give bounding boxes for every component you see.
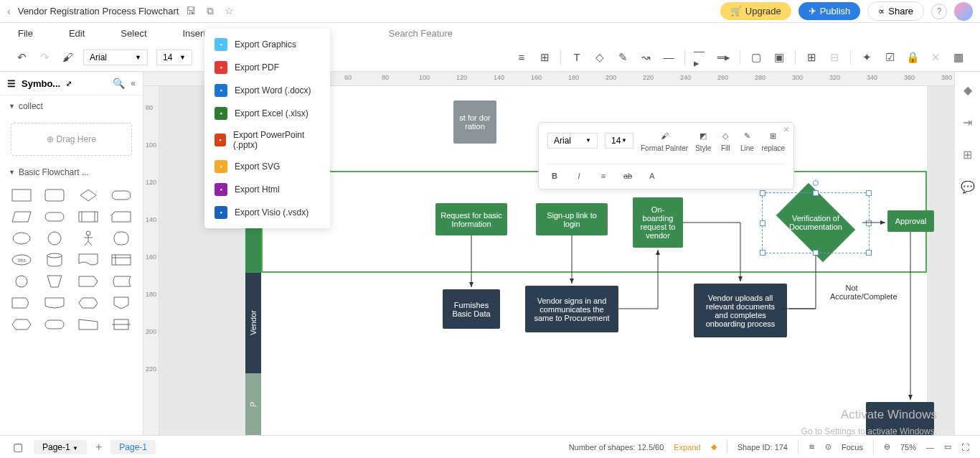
menu-edit[interactable]: Edit	[69, 28, 85, 39]
export-item[interactable]: ▪Export Word (.docx)	[204, 79, 330, 102]
fill-icon[interactable]: ◇	[593, 50, 607, 65]
shape-merge[interactable]	[40, 294, 69, 312]
focus-icon[interactable]: ⊙	[825, 442, 831, 452]
shape-circle[interactable]	[40, 230, 69, 247]
collapse-icon[interactable]: «	[131, 78, 136, 88]
collect-section[interactable]: ▼ collect	[0, 95, 143, 117]
expand-link[interactable]: Expand	[674, 443, 700, 452]
box-onboarding[interactable]: On-boarding request to vendor	[633, 197, 683, 248]
publish-button[interactable]: ✈ Publish	[798, 2, 861, 20]
connector-icon[interactable]: ↝	[639, 50, 653, 65]
shape-connector[interactable]	[7, 273, 36, 290]
menu-select[interactable]: Select	[121, 28, 146, 39]
shape-offpage[interactable]	[107, 294, 136, 312]
bold-icon[interactable]: B	[547, 169, 562, 183]
dropdown-icon[interactable]: ⤢	[66, 80, 72, 88]
shape-document[interactable]	[74, 251, 103, 268]
menu-file[interactable]: File	[18, 28, 33, 39]
shape-parallelogram[interactable]	[7, 208, 36, 225]
float-size-selector[interactable]: 14▼	[605, 133, 633, 149]
float-line-icon[interactable]: ✎	[740, 128, 754, 143]
box-request-basic[interactable]: Request for basic Information	[435, 203, 507, 235]
shape-hexagon[interactable]	[7, 316, 36, 333]
page-tab-1[interactable]: Page-1	[110, 440, 156, 454]
shape-stadium[interactable]	[40, 316, 69, 333]
layers-icon[interactable]: ≋	[809, 442, 815, 452]
tools-icon[interactable]: ✕	[928, 50, 943, 65]
shape-prep[interactable]	[74, 294, 103, 312]
shape-card[interactable]	[107, 208, 136, 225]
export-item[interactable]: ▪Export Excel (.xlsx)	[204, 102, 330, 125]
box-bottom[interactable]	[866, 402, 934, 435]
theme-icon[interactable]: ◆	[961, 83, 975, 97]
align-left-icon[interactable]: ≡	[514, 50, 529, 65]
export-right-icon[interactable]: ⇥	[961, 115, 975, 129]
export-item[interactable]: ▪Export Visio (.vsdx)	[204, 201, 330, 224]
style-icon[interactable]: ◩	[696, 128, 710, 143]
shape-yes[interactable]: Yes	[7, 251, 36, 268]
lock-icon[interactable]: 🔒	[905, 50, 920, 65]
close-float-icon[interactable]: ✕	[783, 126, 789, 134]
align-dist-icon[interactable]: ⊞	[537, 50, 552, 65]
export-item[interactable]: ▪Export SVG	[204, 155, 330, 178]
undo-icon[interactable]: ↶	[14, 50, 29, 65]
shape-storage[interactable]	[107, 251, 136, 268]
shape-actor[interactable]	[74, 230, 103, 247]
back-icon[interactable]: ▣	[772, 50, 786, 65]
text-icon[interactable]: T	[570, 50, 584, 65]
float-fill-icon[interactable]: ◇	[718, 128, 732, 143]
front-icon[interactable]: ▢	[749, 50, 763, 65]
zoom-in[interactable]: —	[926, 443, 934, 452]
size-selector[interactable]: 14▼	[156, 50, 192, 65]
shape-manual[interactable]	[74, 316, 103, 333]
float-align-icon[interactable]: ≡	[596, 169, 611, 183]
comment-icon[interactable]: 💬	[961, 179, 975, 194]
shape-ellipse[interactable]	[7, 230, 36, 247]
back-icon[interactable]: ‹	[7, 6, 11, 17]
new-window-icon[interactable]: ⧉	[207, 5, 214, 17]
save-icon[interactable]: 🖫	[186, 5, 196, 17]
export-item[interactable]: ▪Export Html	[204, 178, 330, 201]
shape-stored[interactable]	[107, 273, 136, 290]
magic-icon[interactable]: ✦	[859, 50, 874, 65]
line-weight-icon[interactable]: ═▸	[717, 50, 731, 65]
fullscreen-icon[interactable]: ⛶	[961, 443, 969, 452]
page-selector[interactable]: Page-1 ▼	[34, 440, 87, 454]
shape-delay[interactable]	[7, 294, 36, 312]
box-furnishes[interactable]: Furnishes Basic Data	[443, 289, 500, 329]
basic-flowchart-section[interactable]: ▼ Basic Flowchart ...	[0, 162, 143, 183]
box-vendor-uploads[interactable]: Vendor uploads all relevant documents an…	[694, 284, 787, 337]
swimlane-p[interactable]: P	[245, 373, 261, 435]
search-feature[interactable]: Search Feature	[388, 28, 453, 39]
share-button[interactable]: ∝ Share	[867, 1, 924, 21]
shape-cylinder[interactable]	[40, 251, 69, 268]
strikethrough-icon[interactable]: ab	[621, 169, 635, 183]
brush-icon[interactable]: 🖌	[60, 50, 75, 65]
replace-icon[interactable]: ⊞	[766, 128, 781, 143]
shape-diamond[interactable]	[74, 187, 103, 204]
float-font-selector[interactable]: Arial▼	[547, 133, 598, 149]
grid-icon[interactable]: ⊞	[961, 147, 975, 162]
avatar[interactable]	[954, 2, 973, 21]
shape-display[interactable]	[107, 230, 136, 247]
search-icon[interactable]: 🔍	[113, 78, 125, 89]
outline-icon[interactable]: ▢	[11, 440, 25, 454]
export-item[interactable]: ▪Export PowerPoint (.pptx)	[204, 125, 330, 155]
shape-capsule[interactable]	[40, 208, 69, 225]
text-not-accurate[interactable]: Not Accurate/Complete	[830, 284, 873, 301]
upgrade-button[interactable]: 🛒 Upgrade	[720, 2, 791, 20]
pen-icon[interactable]: ✎	[616, 50, 630, 65]
zoom-out[interactable]: ⊖	[884, 442, 890, 452]
shape-data[interactable]	[74, 273, 103, 290]
line-style-icon[interactable]: —▸	[694, 50, 708, 65]
export-item[interactable]: ▪Export Graphics	[204, 33, 330, 56]
shape-trap[interactable]	[40, 273, 69, 290]
table-icon[interactable]: ▦	[951, 50, 966, 65]
swimlane-vendor[interactable]: Vendor	[245, 273, 261, 373]
gem-icon[interactable]: ◆	[711, 442, 717, 452]
shape-rounded[interactable]	[40, 187, 69, 204]
add-page-button[interactable]: +	[95, 441, 102, 454]
font-color-icon[interactable]: A	[645, 169, 659, 183]
box-approval[interactable]: Approval	[887, 210, 934, 232]
font-selector[interactable]: Arial▼	[83, 50, 148, 65]
